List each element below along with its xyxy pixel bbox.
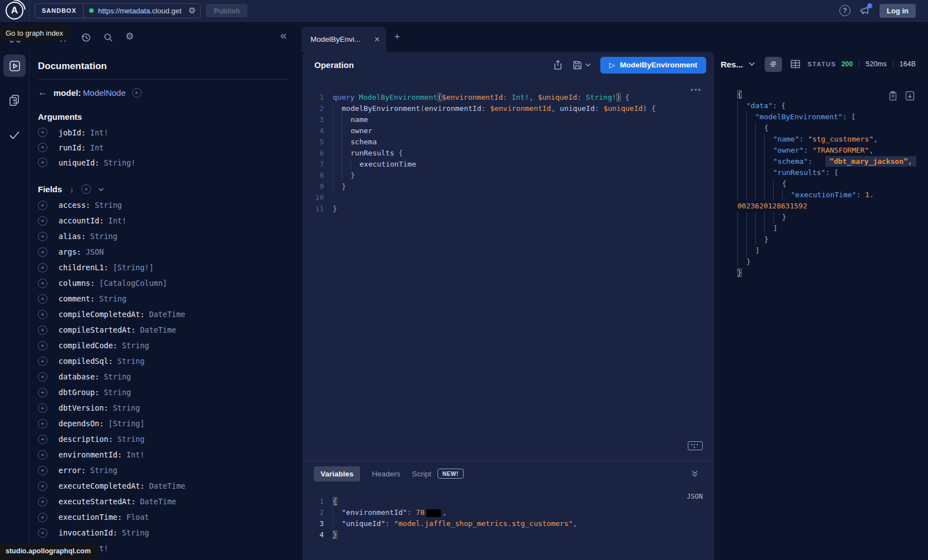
add-field-button[interactable]: + (38, 341, 47, 350)
field-name-link[interactable]: columns: (59, 279, 95, 288)
sort-fields-icon[interactable]: ↓ (70, 184, 74, 194)
add-field-button[interactable]: + (38, 435, 47, 444)
field-type: String (122, 528, 149, 537)
indent-guide (342, 170, 351, 181)
share-icon[interactable] (553, 60, 563, 70)
add-field-button[interactable]: + (38, 497, 47, 507)
chevron-down-icon[interactable] (98, 187, 104, 192)
field-name-link[interactable]: compileStartedAt: (59, 325, 135, 334)
add-field-button[interactable]: + (38, 158, 47, 167)
field-name-link[interactable]: dbtVersion: (59, 403, 108, 412)
field-name-link[interactable]: description: (59, 435, 113, 444)
add-field-button[interactable]: + (38, 481, 47, 491)
add-field-button[interactable]: + (38, 357, 47, 366)
field-name-link[interactable]: dbtGroup: (59, 388, 99, 397)
add-field-button[interactable]: + (38, 450, 47, 460)
indent-guide (746, 134, 755, 145)
indent-guide (746, 178, 755, 189)
add-field-button[interactable]: + (38, 143, 47, 152)
field-name-link[interactable]: executeCompletedAt: (59, 481, 144, 490)
add-field-button[interactable]: + (38, 372, 47, 382)
add-field-button[interactable]: + (38, 310, 47, 319)
publish-button[interactable]: Publish (206, 4, 247, 17)
field-name-link[interactable]: compiledSql: (59, 357, 113, 366)
add-field-button[interactable]: + (38, 294, 47, 304)
settings-gear-icon[interactable]: ⚙ (125, 31, 134, 42)
add-field-button[interactable]: + (38, 388, 47, 397)
view-table-icon[interactable] (786, 57, 804, 72)
apollo-logo-wrap[interactable]: A (0, 0, 30, 21)
field-name-link[interactable]: executeStartedAt: (59, 497, 135, 506)
add-field-button[interactable]: + (38, 216, 47, 226)
field-name-link[interactable]: uniqueId: (59, 158, 99, 167)
add-field-button[interactable]: + (38, 128, 47, 137)
tab-headers[interactable]: Headers (372, 470, 400, 478)
add-tab-icon[interactable]: + (394, 32, 400, 41)
field-name-link[interactable]: childrenL1: (59, 263, 108, 272)
field-name-link[interactable]: compiledCode: (59, 341, 118, 350)
add-type-button[interactable]: + (132, 88, 142, 98)
help-icon[interactable]: ? (839, 5, 851, 16)
rail-item-checks[interactable] (3, 124, 26, 146)
view-formatted-icon[interactable] (765, 57, 782, 72)
field-name-link[interactable]: runId: (59, 143, 86, 152)
field-name-link[interactable]: jobId: (59, 128, 86, 137)
add-field-button[interactable]: + (38, 403, 47, 413)
field-name-link[interactable]: comment: (59, 294, 95, 303)
field-name-link[interactable]: access: (59, 201, 90, 210)
code-line: 2modelByEnvironment(environmentId: $envi… (309, 103, 714, 114)
field-name-link[interactable]: database: (59, 372, 99, 381)
response-dropdown-chevron-icon[interactable] (749, 62, 755, 66)
add-field-button[interactable]: + (38, 201, 47, 210)
add-field-button[interactable]: + (38, 279, 47, 288)
field-name-link[interactable]: args: (59, 247, 81, 256)
download-response-icon[interactable] (905, 91, 915, 101)
field-name-link[interactable]: environmentId: (59, 450, 122, 459)
response-title[interactable]: Res... (721, 60, 743, 69)
tab-close-icon[interactable]: × (375, 35, 380, 45)
field-name-link[interactable]: executionTime: (59, 513, 122, 522)
query-editor[interactable]: 1query ModelByEnvironment($environmentId… (303, 78, 714, 215)
endpoint-settings-gear-icon[interactable]: ⚙ (186, 6, 200, 16)
add-field-button[interactable]: + (38, 466, 47, 475)
run-operation-button[interactable]: ▷ ModelByEnvironment (600, 57, 706, 74)
add-field-button[interactable]: + (38, 528, 47, 538)
connection-status-dot (89, 8, 94, 13)
docs-type-name-link[interactable]: ModelNode (83, 88, 126, 98)
field-name-link[interactable]: error: (59, 466, 86, 475)
field-name-link[interactable]: compileCompletedAt: (59, 310, 144, 319)
copy-response-icon[interactable] (888, 91, 897, 101)
rail-item-schema-diff[interactable] (3, 89, 26, 111)
save-group[interactable] (572, 60, 591, 70)
variables-editor[interactable]: 1{2"environmentId": 78,3"uniqueId": "mod… (309, 496, 714, 540)
editor-overflow-menu-icon[interactable]: ••• (691, 85, 702, 94)
add-field-button[interactable]: + (38, 513, 47, 522)
add-field-button[interactable]: + (38, 247, 47, 257)
announcements-megaphone-icon[interactable] (859, 5, 871, 16)
tab-modelbyenvironment[interactable]: ModelByEnvi... × (302, 27, 386, 52)
code-line: 11} (309, 203, 714, 215)
login-button[interactable]: Log in (880, 4, 916, 18)
endpoint-url-input[interactable]: https://metadata.cloud.get (98, 7, 186, 15)
docs-back-icon[interactable]: ← (38, 87, 47, 98)
field-name-link[interactable]: accountId: (59, 216, 104, 225)
collapse-sidebar-icon[interactable]: « (280, 29, 286, 42)
doc-field-row: +environmentId:Int! (38, 447, 298, 462)
history-icon[interactable] (81, 32, 91, 42)
field-type: String (113, 403, 140, 412)
rail-item-operations[interactable] (3, 55, 26, 77)
sandbox-url-group[interactable]: SANDBOX https://metadata.cloud.get ⚙ (35, 3, 201, 18)
keyboard-shortcuts-icon[interactable] (688, 441, 703, 450)
tab-variables[interactable]: Variables (314, 466, 360, 481)
add-field-button[interactable]: + (38, 263, 47, 272)
tab-script[interactable]: Script (412, 470, 431, 478)
field-name-link[interactable]: alias: (59, 232, 86, 241)
field-name-link[interactable]: dependsOn: (59, 419, 104, 428)
add-field-button[interactable]: + (38, 232, 47, 241)
add-field-button[interactable]: + (38, 325, 47, 335)
add-field-button[interactable]: + (38, 419, 47, 428)
search-icon[interactable] (103, 32, 113, 42)
collapse-panel-icon[interactable] (691, 470, 698, 478)
add-all-fields-button[interactable]: + (81, 184, 91, 194)
field-name-link[interactable]: invocationId: (59, 528, 118, 537)
